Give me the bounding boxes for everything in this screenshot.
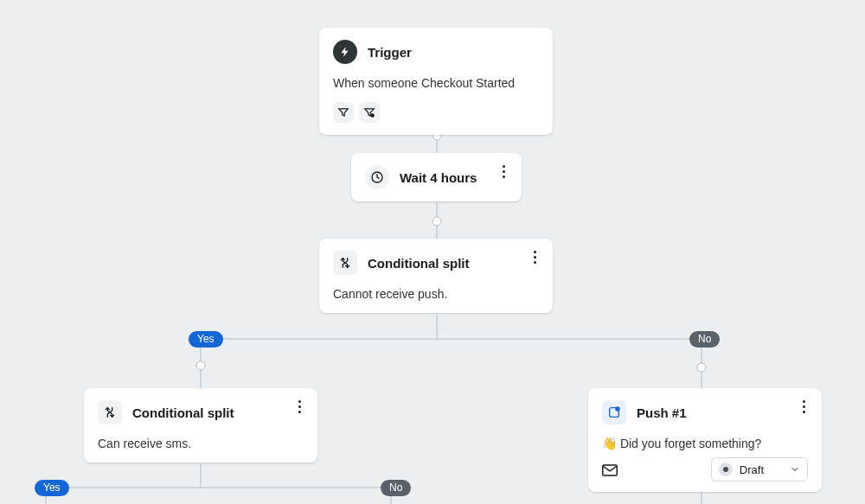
conditional-split-node-2[interactable]: Conditional split Can receive sms. [84,388,317,463]
branch-label-yes-1: Yes [189,331,223,348]
trigger-profile-filter-chip[interactable] [359,102,380,123]
flow-canvas[interactable]: Trigger When someone Checkout Started Wa… [0,0,865,504]
smart-send-icon[interactable] [602,464,618,480]
push-menu-button[interactable] [796,399,811,414]
branch-label-yes-2: Yes [35,480,69,496]
push-node-1[interactable]: Push #1 👋 Did you forget something? Draf… [588,388,822,492]
split1-title: Conditional split [368,256,470,271]
push-status-label: Draft [740,463,764,476]
chevron-down-icon [790,464,800,475]
wait-title: Wait 4 hours [400,170,477,185]
split1-desc: Cannot receive push. [333,287,539,301]
status-dot-icon [719,463,733,476]
push-desc: 👋 Did you forget something? [602,437,808,450]
split1-menu-button[interactable] [527,249,542,265]
svg-point-15 [370,113,375,118]
branch-label-no-2: No [381,480,411,496]
conditional-split-node-1[interactable]: Conditional split Cannot receive push. [319,239,553,313]
wait-node[interactable]: Wait 4 hours [351,153,522,201]
push-title: Push #1 [637,405,687,420]
split2-menu-button[interactable] [292,399,307,414]
svg-point-9 [697,363,706,372]
bolt-icon [333,40,357,64]
svg-point-3 [432,217,441,226]
clock-icon [365,165,389,189]
split-icon [98,400,122,424]
svg-point-7 [196,361,205,370]
wait-menu-button[interactable] [496,163,511,179]
split-icon [333,251,357,275]
trigger-filter-chip[interactable] [333,102,354,123]
split2-title: Conditional split [132,405,234,420]
trigger-title: Trigger [368,45,412,60]
trigger-node[interactable]: Trigger When someone Checkout Started [319,28,553,135]
trigger-desc: When someone Checkout Started [333,76,539,90]
branch-label-no-1: No [689,331,720,348]
push-notification-icon [602,400,626,424]
split2-desc: Can receive sms. [98,437,304,450]
push-status-select[interactable]: Draft [711,457,808,482]
svg-point-18 [615,406,619,411]
